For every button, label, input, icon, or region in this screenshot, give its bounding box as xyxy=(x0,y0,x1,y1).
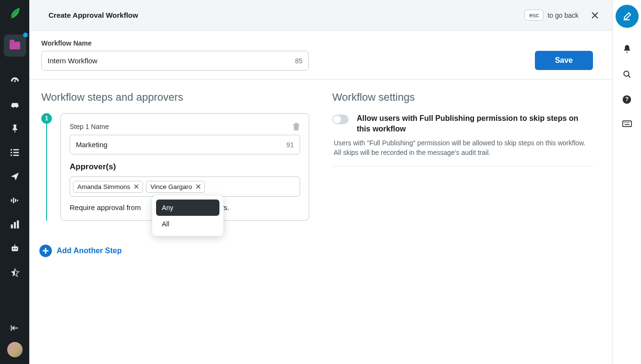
require-dropdown[interactable]: Any All xyxy=(152,196,223,236)
svg-rect-7 xyxy=(13,155,19,156)
remove-approver-icon[interactable] xyxy=(196,184,201,189)
list-icon[interactable] xyxy=(10,148,20,157)
approver-chip: Vince Gargaro xyxy=(146,181,205,193)
svg-rect-26 xyxy=(629,122,629,123)
dropdown-option-any[interactable]: Any xyxy=(156,200,219,216)
step-rail: 1 xyxy=(41,113,52,221)
svg-rect-3 xyxy=(13,149,19,151)
esc-key-badge: esc xyxy=(524,10,544,21)
workflow-name-input[interactable] xyxy=(42,51,295,70)
svg-point-16 xyxy=(13,248,14,250)
workflow-name-label: Workflow Name xyxy=(41,39,523,47)
svg-rect-23 xyxy=(624,122,625,123)
svg-rect-13 xyxy=(13,222,15,228)
sprout-logo-icon xyxy=(8,6,22,20)
add-step-label: Add Another Step xyxy=(57,247,121,255)
search-icon[interactable] xyxy=(623,70,631,79)
notification-dot xyxy=(23,33,28,37)
approvers-label: Approver(s) xyxy=(70,162,300,172)
skip-setting-title: Allow users with Full Publishing permiss… xyxy=(357,113,593,134)
pin-icon[interactable] xyxy=(10,124,20,133)
keyboard-icon[interactable] xyxy=(622,120,632,127)
folder-icon xyxy=(10,42,20,49)
add-step-button[interactable]: Add Another Step xyxy=(39,245,309,257)
top-form-row: Workflow Name 85 Save xyxy=(29,31,612,80)
delete-step-button[interactable] xyxy=(292,122,300,131)
workflow-name-input-wrap: 85 xyxy=(41,51,309,70)
skip-setting-desc: Users with "Full Publishing" permission … xyxy=(334,139,593,157)
compose-button[interactable] xyxy=(616,5,639,28)
svg-point-6 xyxy=(10,154,12,156)
audio-icon[interactable] xyxy=(10,196,20,205)
svg-rect-11 xyxy=(17,200,18,201)
settings-column: Workflow settings Allow users with Full … xyxy=(332,91,593,257)
car-icon[interactable] xyxy=(10,100,20,109)
step-connector-line xyxy=(46,124,47,221)
svg-rect-10 xyxy=(15,199,16,202)
plus-circle-icon xyxy=(39,245,52,257)
svg-rect-14 xyxy=(17,221,19,229)
remove-approver-icon[interactable] xyxy=(134,184,139,189)
svg-rect-25 xyxy=(627,122,628,123)
approver-chip: Amanda Simmons xyxy=(73,181,143,193)
svg-rect-15 xyxy=(12,247,18,251)
step-name-counter: 91 xyxy=(286,141,300,149)
svg-point-2 xyxy=(10,149,12,151)
bar-chart-icon[interactable] xyxy=(10,220,20,229)
bell-icon[interactable] xyxy=(623,44,631,54)
svg-rect-8 xyxy=(11,200,12,202)
step-name-input[interactable] xyxy=(70,135,286,154)
svg-rect-18 xyxy=(14,245,15,247)
approver-chip-name: Vince Gargaro xyxy=(150,183,192,190)
svg-rect-1 xyxy=(14,130,15,132)
collapse-icon[interactable] xyxy=(10,324,20,332)
svg-rect-5 xyxy=(13,152,19,153)
panel-header: Create Approval Workflow esc to go back xyxy=(29,0,612,31)
svg-text:?: ? xyxy=(625,96,629,103)
gauge-icon[interactable] xyxy=(10,76,20,85)
step-name-input-wrap: 91 xyxy=(70,135,300,154)
svg-rect-9 xyxy=(12,198,13,203)
send-icon[interactable] xyxy=(10,172,20,181)
help-icon[interactable]: ? xyxy=(622,95,631,104)
skip-toggle[interactable] xyxy=(332,115,349,124)
step-name-label: Step 1 Name xyxy=(70,123,109,130)
user-avatar[interactable] xyxy=(7,342,23,357)
star-half-icon[interactable] xyxy=(10,268,20,277)
approver-chip-name: Amanda Simmons xyxy=(77,183,130,190)
steps-section-title: Workflow steps and approvers xyxy=(41,91,309,104)
svg-point-19 xyxy=(624,71,629,76)
nav-folder-button[interactable] xyxy=(4,35,26,57)
svg-rect-27 xyxy=(625,124,629,125)
right-rail: ? xyxy=(612,0,641,364)
save-button[interactable]: Save xyxy=(535,51,593,70)
skip-setting-row: Allow users with Full Publishing permiss… xyxy=(332,113,593,166)
svg-rect-24 xyxy=(625,122,626,123)
svg-point-4 xyxy=(10,152,12,153)
settings-section-title: Workflow settings xyxy=(332,91,593,104)
esc-helper-text: to go back xyxy=(547,12,579,19)
approval-workflow-panel: Create Approval Workflow esc to go back … xyxy=(29,0,612,364)
left-nav-rail xyxy=(0,0,29,364)
bot-icon[interactable] xyxy=(10,244,20,253)
svg-rect-12 xyxy=(11,224,12,228)
svg-point-0 xyxy=(14,81,15,82)
panel-title: Create Approval Workflow xyxy=(48,11,138,19)
step-number-badge: 1 xyxy=(41,113,52,124)
svg-point-17 xyxy=(15,248,17,250)
approvers-input[interactable]: Amanda Simmons Vince Gargaro xyxy=(70,176,300,197)
require-prefix: Require approval from xyxy=(70,203,141,211)
dropdown-option-all[interactable]: All xyxy=(156,216,219,232)
workflow-name-counter: 85 xyxy=(295,57,308,65)
workflow-name-group: Workflow Name 85 xyxy=(41,39,523,70)
svg-rect-22 xyxy=(622,121,631,127)
close-button[interactable] xyxy=(589,10,601,21)
